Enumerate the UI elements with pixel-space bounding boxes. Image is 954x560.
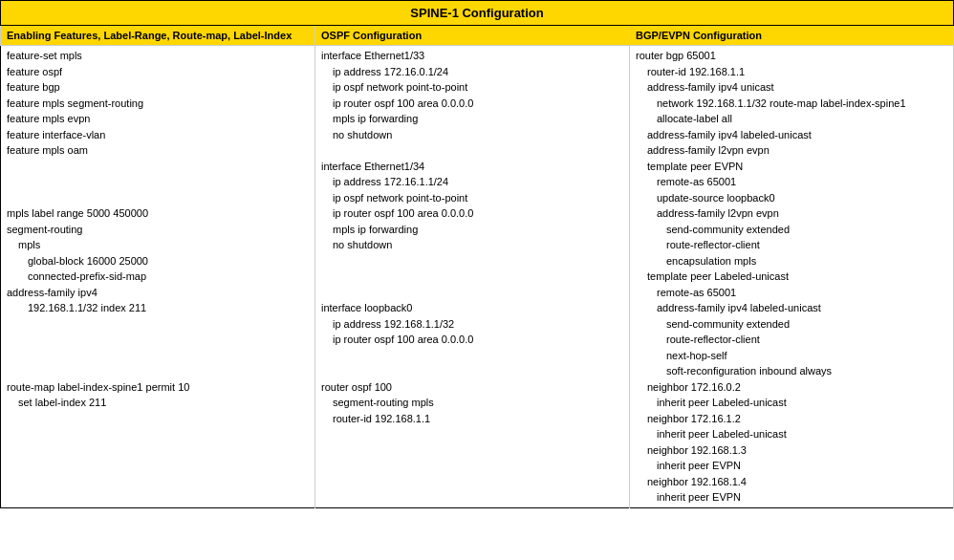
list-item	[7, 190, 309, 206]
list-item: network 192.168.1.1/32 route-map label-i…	[636, 96, 947, 112]
list-item: feature mpls segment-routing	[7, 96, 309, 112]
list-item	[7, 174, 309, 190]
list-item: neighbor 192.168.1.4	[636, 474, 947, 490]
list-item: remote-as 65001	[636, 285, 947, 301]
list-item: connected-prefix-sid-map	[7, 269, 309, 285]
list-item: allocate-label all	[636, 111, 947, 127]
list-item: ip address 172.16.1.1/24	[321, 174, 623, 190]
list-item: ip address 172.16.0.1/24	[321, 64, 623, 80]
list-item: 192.168.1.1/32 index 211	[7, 300, 309, 316]
list-item: address-family l2vpn evpn	[636, 142, 947, 159]
list-item: global-block 16000 25000	[7, 253, 309, 269]
list-item: inherit peer EVPN	[636, 458, 947, 474]
list-item: route-reflector-client	[636, 237, 947, 253]
list-item: inherit peer EVPN	[636, 489, 947, 506]
list-item: feature bgp	[7, 79, 309, 96]
list-item: router ospf 100	[321, 379, 623, 396]
list-item: router-id 192.168.1.1	[321, 411, 623, 427]
list-item: router bgp 65001	[636, 48, 947, 64]
list-item	[321, 269, 623, 285]
list-item: segment-routing mpls	[321, 395, 623, 411]
header-col3: BGP/EVPN Configuration	[630, 26, 954, 46]
list-item: router-id 192.168.1.1	[636, 64, 947, 80]
header-col2: OSPF Configuration	[315, 26, 630, 46]
list-item: segment-routing	[7, 222, 309, 238]
list-item: feature mpls evpn	[7, 111, 309, 127]
col3-content: router bgp 65001router-id 192.168.1.1add…	[630, 46, 954, 508]
list-item: interface loopback0	[321, 300, 623, 316]
list-item: mpls ip forwarding	[321, 111, 623, 127]
list-item: ip router ospf 100 area 0.0.0.0	[321, 332, 623, 348]
main-table: SPINE-1 Configuration Enabling Features,…	[0, 0, 954, 508]
list-item: neighbor 172.16.0.2	[636, 379, 947, 396]
list-item: interface Ethernet1/33	[321, 48, 623, 64]
list-item	[321, 348, 623, 364]
list-item: mpls label range 5000 450000	[7, 205, 309, 222]
list-item: feature mpls oam	[7, 142, 309, 159]
list-item: ip ospf network point-to-point	[321, 79, 623, 96]
list-item: neighbor 172.16.1.2	[636, 411, 947, 427]
list-item: set label-index 211	[7, 395, 309, 411]
list-item: address-family ipv4 labeled-unicast	[636, 300, 947, 316]
list-item	[321, 142, 623, 159]
list-item: template peer Labeled-unicast	[636, 269, 947, 285]
list-item: update-source loopback0	[636, 190, 947, 206]
list-item: send-community extended	[636, 316, 947, 333]
list-item	[7, 159, 309, 175]
list-item: ip router ospf 100 area 0.0.0.0	[321, 205, 623, 222]
list-item: mpls ip forwarding	[321, 222, 623, 238]
list-item: feature interface-vlan	[7, 127, 309, 143]
list-item: encapsulation mpls	[636, 253, 947, 269]
header-row: Enabling Features, Label-Range, Route-ma…	[1, 26, 954, 46]
list-item: feature ospf	[7, 64, 309, 80]
list-item	[321, 285, 623, 301]
list-item: address-family ipv4 labeled-unicast	[636, 127, 947, 143]
list-item: next-hop-self	[636, 348, 947, 364]
list-item: template peer EVPN	[636, 159, 947, 175]
list-item: route-map label-index-spine1 permit 10	[7, 379, 309, 396]
list-item	[7, 348, 309, 364]
list-item: address-family ipv4 unicast	[636, 79, 947, 96]
list-item: remote-as 65001	[636, 174, 947, 190]
title-row: SPINE-1 Configuration	[1, 1, 954, 26]
list-item: inherit peer Labeled-unicast	[636, 426, 947, 442]
list-item: address-family l2vpn evpn	[636, 205, 947, 222]
list-item: send-community extended	[636, 222, 947, 238]
content-row: feature-set mplsfeature ospffeature bgpf…	[1, 46, 954, 508]
list-item	[7, 316, 309, 333]
list-item: feature-set mpls	[7, 48, 309, 64]
list-item: interface Ethernet1/34	[321, 159, 623, 175]
list-item: no shutdown	[321, 127, 623, 143]
list-item	[321, 363, 623, 379]
list-item	[7, 363, 309, 379]
list-item	[321, 253, 623, 269]
list-item: ip ospf network point-to-point	[321, 190, 623, 206]
list-item: ip address 192.168.1.1/32	[321, 316, 623, 333]
list-item: ip router ospf 100 area 0.0.0.0	[321, 96, 623, 112]
list-item: address-family ipv4	[7, 285, 309, 301]
list-item	[7, 332, 309, 348]
list-item: no shutdown	[321, 237, 623, 253]
list-item: route-reflector-client	[636, 332, 947, 348]
col2-content: interface Ethernet1/33ip address 172.16.…	[315, 46, 630, 508]
table-title: SPINE-1 Configuration	[1, 1, 954, 26]
header-col1: Enabling Features, Label-Range, Route-ma…	[1, 26, 315, 46]
col1-content: feature-set mplsfeature ospffeature bgpf…	[1, 46, 315, 508]
list-item: neighbor 192.168.1.3	[636, 442, 947, 459]
list-item: inherit peer Labeled-unicast	[636, 395, 947, 411]
list-item: soft-reconfiguration inbound always	[636, 363, 947, 379]
list-item: mpls	[7, 237, 309, 253]
